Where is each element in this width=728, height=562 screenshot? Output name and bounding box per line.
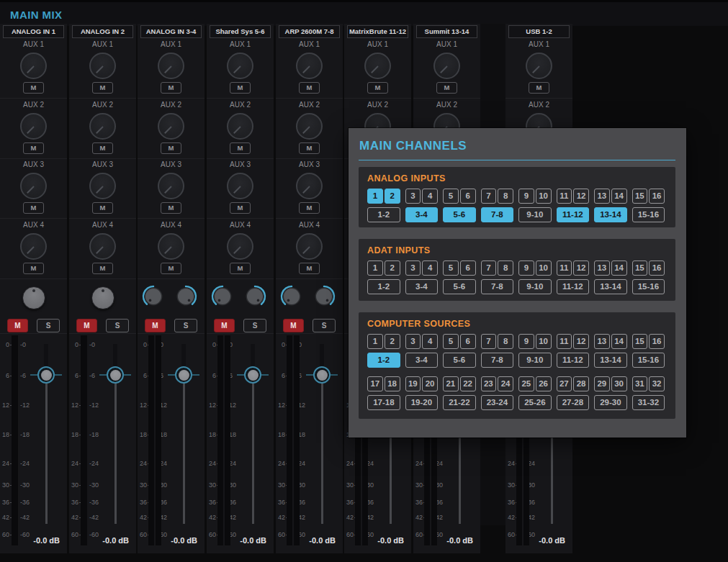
fader-handle[interactable] <box>313 366 331 384</box>
channel-button-15[interactable]: 15 <box>632 334 648 349</box>
channel-button-12[interactable]: 12 <box>573 189 589 204</box>
pan-knob[interactable] <box>91 286 114 309</box>
channel-button-13-14[interactable]: 13-14 <box>594 353 627 368</box>
aux-mute-button[interactable]: M <box>161 202 181 214</box>
aux-knob[interactable] <box>526 53 552 79</box>
mute-button[interactable]: M <box>145 319 166 332</box>
fader-track-lower[interactable] <box>183 375 185 524</box>
channel-button-1-2[interactable]: 1-2 <box>367 353 400 368</box>
channel-button-22[interactable]: 22 <box>460 376 476 391</box>
aux-knob[interactable] <box>20 113 47 140</box>
channel-name[interactable]: ANALOG IN 3-4 <box>140 25 202 38</box>
aux-mute-button[interactable]: M <box>299 263 320 274</box>
channel-name[interactable]: Summit 13-14 <box>416 25 477 38</box>
channel-button-17-18[interactable]: 17-18 <box>367 395 400 410</box>
channel-button-9-10[interactable]: 9-10 <box>518 353 552 368</box>
channel-button-31[interactable]: 31 <box>632 376 648 391</box>
aux-mute-button[interactable]: M <box>23 202 44 214</box>
channel-button-19[interactable]: 19 <box>405 376 421 391</box>
channel-button-3[interactable]: 3 <box>405 260 421 276</box>
pan-knob-left[interactable] <box>142 285 165 308</box>
channel-button-9-10[interactable]: 9-10 <box>518 279 552 294</box>
channel-button-12[interactable]: 12 <box>573 334 589 349</box>
mute-button[interactable]: M <box>7 319 28 332</box>
channel-button-29-30[interactable]: 29-30 <box>594 395 627 410</box>
solo-button[interactable]: S <box>37 319 60 332</box>
channel-button-5[interactable]: 5 <box>443 260 459 276</box>
channel-button-7-8[interactable]: 7-8 <box>481 353 514 368</box>
channel-button-7[interactable]: 7 <box>481 260 497 276</box>
aux-knob[interactable] <box>296 113 323 140</box>
channel-button-10[interactable]: 10 <box>536 189 552 204</box>
channel-name[interactable]: ANALOG IN 2 <box>72 25 133 38</box>
channel-button-5[interactable]: 5 <box>443 334 459 349</box>
channel-button-6[interactable]: 6 <box>460 260 476 276</box>
channel-name[interactable]: MatrixBrute 11-12 <box>347 25 408 38</box>
channel-button-8[interactable]: 8 <box>498 189 513 204</box>
channel-button-11[interactable]: 11 <box>557 334 572 349</box>
aux-knob[interactable] <box>158 53 184 79</box>
channel-button-6[interactable]: 6 <box>460 334 476 349</box>
channel-button-12[interactable]: 12 <box>573 260 589 276</box>
aux-knob[interactable] <box>227 113 253 140</box>
aux-mute-button[interactable]: M <box>529 82 549 94</box>
channel-button-19-20[interactable]: 19-20 <box>405 395 439 410</box>
channel-button-14[interactable]: 14 <box>611 189 627 204</box>
channel-button-9-10[interactable]: 9-10 <box>518 207 552 222</box>
channel-button-25[interactable]: 25 <box>518 376 534 391</box>
channel-button-16[interactable]: 16 <box>649 334 665 349</box>
channel-button-17[interactable]: 17 <box>367 376 383 391</box>
aux-mute-button[interactable]: M <box>230 263 251 274</box>
channel-button-23-24[interactable]: 23-24 <box>481 395 514 410</box>
aux-mute-button[interactable]: M <box>92 202 113 214</box>
aux-mute-button[interactable]: M <box>299 142 320 154</box>
aux-mute-button[interactable]: M <box>92 142 113 154</box>
channel-button-32[interactable]: 32 <box>649 376 665 391</box>
channel-button-16[interactable]: 16 <box>649 189 665 204</box>
aux-knob[interactable] <box>89 53 116 79</box>
channel-button-13[interactable]: 13 <box>594 189 610 204</box>
channel-button-28[interactable]: 28 <box>573 376 589 391</box>
aux-mute-button[interactable]: M <box>230 142 251 154</box>
aux-mute-button[interactable]: M <box>92 263 113 274</box>
channel-button-6[interactable]: 6 <box>460 189 476 204</box>
channel-button-15-16[interactable]: 15-16 <box>632 353 665 368</box>
channel-button-30[interactable]: 30 <box>611 376 627 391</box>
aux-knob[interactable] <box>364 53 391 79</box>
channel-button-10[interactable]: 10 <box>536 260 552 276</box>
channel-button-2[interactable]: 2 <box>385 189 400 204</box>
channel-button-27-28[interactable]: 27-28 <box>557 395 590 410</box>
channel-name[interactable]: USB 1-2 <box>508 25 570 38</box>
aux-mute-button[interactable]: M <box>92 82 113 94</box>
channel-button-18[interactable]: 18 <box>385 376 400 391</box>
solo-button[interactable]: S <box>313 319 336 332</box>
aux-knob[interactable] <box>296 173 323 199</box>
aux-knob[interactable] <box>433 53 460 79</box>
channel-button-5-6[interactable]: 5-6 <box>443 279 476 294</box>
channel-button-3-4[interactable]: 3-4 <box>405 353 439 368</box>
aux-knob[interactable] <box>20 53 47 79</box>
channel-button-15-16[interactable]: 15-16 <box>632 279 665 294</box>
channel-button-5[interactable]: 5 <box>443 189 459 204</box>
channel-button-15[interactable]: 15 <box>632 189 648 204</box>
channel-button-11-12[interactable]: 11-12 <box>557 279 590 294</box>
pan-knob[interactable] <box>22 286 45 309</box>
channel-button-20[interactable]: 20 <box>422 376 438 391</box>
solo-button[interactable]: S <box>106 319 129 332</box>
pan-knob-right[interactable] <box>174 285 197 308</box>
aux-mute-button[interactable]: M <box>161 263 181 274</box>
aux-knob[interactable] <box>227 233 253 260</box>
channel-button-21[interactable]: 21 <box>443 376 459 391</box>
channel-button-15-16[interactable]: 15-16 <box>632 207 665 222</box>
aux-mute-button[interactable]: M <box>230 82 251 94</box>
channel-button-4[interactable]: 4 <box>422 189 438 204</box>
aux-knob[interactable] <box>89 113 116 140</box>
aux-knob[interactable] <box>296 53 323 79</box>
channel-button-1-2[interactable]: 1-2 <box>367 279 400 294</box>
aux-mute-button[interactable]: M <box>230 202 251 214</box>
aux-mute-button[interactable]: M <box>161 82 181 94</box>
channel-button-8[interactable]: 8 <box>498 334 513 349</box>
pan-knob-right[interactable] <box>313 285 336 308</box>
channel-name[interactable]: ARP 2600M 7-8 <box>279 25 340 38</box>
aux-knob[interactable] <box>89 173 116 199</box>
